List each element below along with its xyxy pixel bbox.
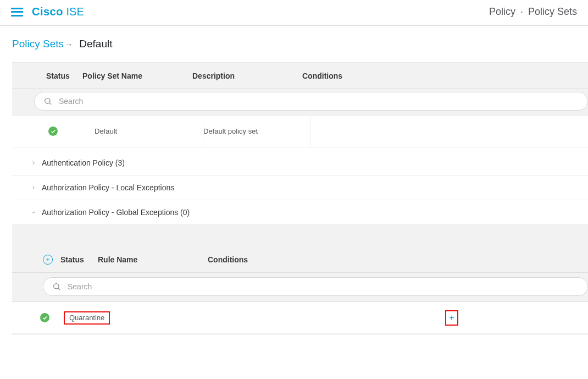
crumb-policy: Policy [489, 6, 515, 17]
policy-set-search[interactable] [34, 92, 588, 111]
add-rule-button[interactable] [43, 255, 53, 265]
cell-description: Default policy set [203, 116, 310, 147]
breadcrumb-current: Default [79, 38, 112, 50]
global-exceptions-panel: Status Rule Name Conditions Q [12, 225, 588, 334]
policy-set-search-input[interactable] [58, 96, 579, 106]
col-status: Status [12, 72, 82, 80]
brand-cisco: Cisco [32, 6, 63, 18]
col-status: Status [60, 255, 98, 264]
rules-search[interactable] [43, 277, 588, 296]
section-label: Authorization Policy - Local Exceptions [42, 183, 174, 192]
status-enabled-icon [40, 313, 49, 322]
rules-header-row: Status Rule Name Conditions [12, 247, 588, 273]
svg-line-1 [49, 103, 51, 105]
crumb-separator-icon: · [518, 6, 525, 17]
policy-set-search-wrap [12, 89, 588, 116]
menu-icon[interactable] [11, 8, 23, 17]
status-enabled-icon [48, 127, 58, 136]
chevron-right-icon [31, 158, 36, 167]
highlight-box: + [445, 310, 458, 326]
search-icon [52, 282, 61, 291]
breadcrumb: Policy Sets→ Default [12, 38, 588, 62]
brand: Cisco ISE [32, 6, 84, 18]
breadcrumb-link-policy-sets[interactable]: Policy Sets [12, 38, 64, 50]
section-label: Authorization Policy - Global Exceptions… [42, 208, 190, 217]
col-conditions: Conditions [208, 255, 588, 264]
rules-search-input[interactable] [66, 282, 579, 292]
highlight-box: Quarantine [64, 311, 110, 325]
policy-set-header-row: Status Policy Set Name Description Condi… [12, 63, 588, 89]
policy-set-table: Status Policy Set Name Description Condi… [12, 62, 588, 147]
cell-action: + [445, 310, 588, 326]
top-bar: Cisco ISE Policy · Policy Sets [0, 0, 588, 26]
svg-point-4 [54, 284, 59, 289]
cell-status [12, 313, 64, 322]
section-label: Authentication Policy (3) [42, 158, 125, 167]
section-authorization-global[interactable]: Authorization Policy - Global Exceptions… [12, 200, 588, 225]
chevron-right-icon [31, 183, 36, 192]
section-authentication-policy[interactable]: Authentication Policy (3) [12, 151, 588, 175]
col-conditions: Conditions [302, 72, 588, 80]
chevron-down-icon [31, 208, 36, 217]
rule-name-text[interactable]: Quarantine [69, 314, 104, 322]
rules-search-wrap [12, 273, 588, 302]
crumb-policy-sets: Policy Sets [528, 6, 577, 17]
col-description: Description [192, 72, 302, 80]
chevron-right-icon: → [64, 40, 76, 49]
rule-row-quarantine[interactable]: Quarantine + [12, 302, 588, 334]
sections: Authentication Policy (3) Authorization … [12, 147, 588, 334]
top-bar-left: Cisco ISE [11, 6, 84, 18]
cell-status [12, 127, 95, 136]
svg-point-0 [45, 98, 50, 103]
col-name: Policy Set Name [82, 72, 192, 80]
brand-ise: ISE [66, 6, 84, 18]
svg-line-5 [58, 288, 60, 290]
policy-set-row-default[interactable]: Default Default policy set [12, 116, 588, 147]
col-rule-name: Rule Name [98, 255, 208, 264]
cell-name: Default [95, 116, 203, 147]
search-icon [43, 97, 52, 106]
cell-rule-name: Quarantine [64, 311, 209, 325]
section-authorization-local[interactable]: Authorization Policy - Local Exceptions [12, 175, 588, 200]
page-location: Policy · Policy Sets [489, 6, 577, 18]
add-condition-button[interactable]: + [448, 313, 456, 323]
content: Policy Sets→ Default Status Policy Set N… [0, 26, 588, 334]
